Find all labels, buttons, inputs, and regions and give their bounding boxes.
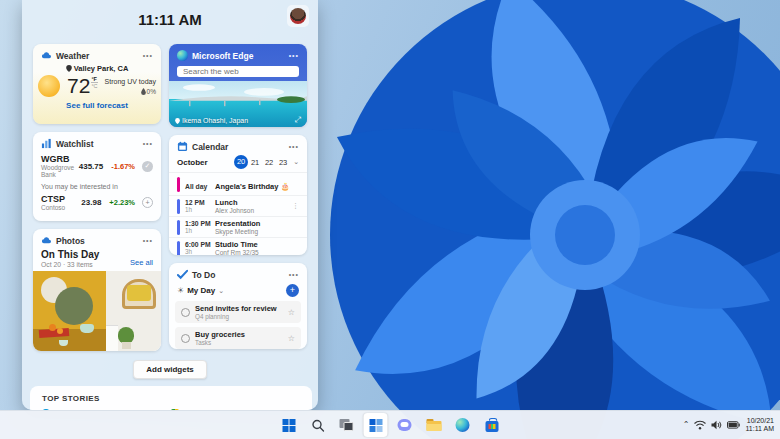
watchlist-widget[interactable]: Watchlist ••• WGRB Woodgrove Bank 435.75…: [33, 132, 161, 221]
stock-add-icon[interactable]: +: [142, 197, 153, 208]
tray-clock[interactable]: 10/20/21 11:11 AM: [745, 417, 774, 434]
event-duration: 3h: [185, 248, 215, 255]
location-pin-icon: [66, 65, 72, 72]
event-time: 6:00 PM: [185, 241, 215, 248]
event-title: Studio Time: [215, 240, 299, 249]
photo-thumbnail-still-life[interactable]: [33, 271, 106, 351]
stock-added-icon[interactable]: ✓: [142, 161, 153, 172]
calendar-event[interactable]: 6:00 PM 3h Studio Time Conf Rm 32/35: [169, 237, 307, 255]
photo-thumbnail-chair[interactable]: [106, 271, 161, 351]
photos-see-all-link[interactable]: See all: [130, 258, 153, 267]
search-icon: [311, 419, 324, 432]
tray-overflow-chevron-icon[interactable]: ⌃: [683, 420, 690, 429]
windows-logo-icon: [282, 419, 295, 432]
edge-title: Microsoft Edge: [192, 51, 285, 61]
event-duration: 1h: [185, 206, 215, 213]
task-checkbox[interactable]: [181, 334, 190, 343]
more-options-icon[interactable]: •••: [289, 271, 299, 278]
todo-list-name[interactable]: My Day: [187, 286, 215, 295]
event-time: 12 PM: [185, 199, 215, 206]
widgets-icon: [369, 419, 382, 432]
top-stories-card: TOP STORIES USA Today · 3 mins One of th…: [30, 386, 312, 410]
more-options-icon[interactable]: •••: [143, 237, 153, 244]
taskbar: ⌃ 10/20/21 11:11 AM: [0, 410, 780, 439]
battery-icon[interactable]: [727, 421, 740, 429]
event-title: Angela's Birthday 🎂: [215, 182, 290, 191]
widgets-button[interactable]: [364, 413, 388, 437]
edge-search-box[interactable]: [177, 66, 299, 77]
add-widgets-button[interactable]: Add widgets: [133, 360, 207, 379]
weather-cloud-icon: [41, 50, 52, 61]
task-subtitle: Q4 planning: [195, 313, 283, 320]
more-options-icon[interactable]: •••: [289, 143, 299, 150]
task-subtitle: Tasks: [195, 339, 283, 346]
edge-logo-icon: [456, 418, 470, 432]
tray-date: 10/20/21: [745, 417, 774, 426]
more-options-icon[interactable]: •••: [289, 52, 299, 59]
stock-row[interactable]: CTSP Contoso 23.98 +2.23% +: [33, 191, 161, 213]
event-duration: 1h: [185, 227, 215, 234]
calendar-month: October: [177, 158, 234, 167]
task-row[interactable]: Send invites for review Q4 planning ☆: [175, 301, 301, 323]
star-icon[interactable]: ☆: [288, 308, 295, 317]
event-title: Presentation: [215, 219, 299, 228]
event-subtitle: Alex Johnson: [215, 207, 292, 214]
profile-button[interactable]: [287, 5, 309, 27]
more-options-icon[interactable]: •••: [143, 140, 153, 147]
calendar-date[interactable]: 22: [262, 158, 276, 167]
weather-location: Valley Park, CA: [33, 64, 161, 73]
avatar: [290, 8, 306, 24]
add-task-button[interactable]: +: [286, 284, 299, 297]
search-input[interactable]: [183, 67, 293, 76]
calendar-widget[interactable]: Calendar ••• October 20 21 22 23 ⌄ All d…: [169, 135, 307, 255]
task-title: Send invites for review: [195, 304, 283, 313]
unit-fahrenheit[interactable]: °F: [91, 76, 97, 83]
edge-photo-caption: Ikema Ohashi, Japan: [175, 117, 248, 124]
task-checkbox[interactable]: [181, 308, 190, 317]
chevron-down-icon[interactable]: ⌄: [293, 158, 299, 166]
widgets-panel: 11:11 AM Weather ••• Valley Park, CA: [22, 0, 318, 410]
photos-widget[interactable]: Photos ••• On This Day Oct 20 · 33 items…: [33, 229, 161, 351]
search-button[interactable]: [306, 413, 330, 437]
microsoft-store-button[interactable]: [480, 413, 504, 437]
system-tray: ⌃ 10/20/21 11:11 AM: [683, 411, 774, 439]
calendar-event[interactable]: 12 PM 1h Lunch Alex Johnson ⋮: [169, 195, 307, 216]
calendar-date[interactable]: 20: [234, 155, 248, 169]
calendar-date[interactable]: 23: [276, 158, 290, 167]
calendar-icon: [177, 141, 188, 152]
chat-button[interactable]: [393, 413, 417, 437]
watchlist-title: Watchlist: [56, 139, 139, 149]
wifi-icon[interactable]: [694, 420, 706, 430]
todo-check-icon: [177, 269, 188, 280]
top-stories-header: TOP STORIES: [42, 394, 300, 403]
event-title: Lunch: [215, 198, 292, 207]
edge-browser-button[interactable]: [451, 413, 475, 437]
calendar-title: Calendar: [192, 142, 285, 152]
star-icon[interactable]: ☆: [288, 334, 295, 343]
todo-widget[interactable]: To Do ••• ☀ My Day ⌄ + Send invites for …: [169, 263, 307, 349]
stock-row[interactable]: WGRB Woodgrove Bank 435.75 -1.67% ✓: [33, 151, 161, 180]
volume-icon[interactable]: [711, 420, 722, 430]
event-more-icon[interactable]: ⋮: [292, 202, 299, 210]
task-view-button[interactable]: [335, 413, 359, 437]
watchlist-suggestion-label: You may be interested in: [33, 180, 161, 191]
chevron-down-icon[interactable]: ⌄: [218, 287, 286, 295]
more-options-icon[interactable]: •••: [143, 52, 153, 59]
stock-change: -1.67%: [111, 162, 135, 171]
task-row[interactable]: Buy groceries Tasks ☆: [175, 327, 301, 349]
calendar-date[interactable]: 21: [248, 158, 262, 167]
calendar-event[interactable]: 1:30 PM 1h Presentation Skype Meeting: [169, 216, 307, 237]
event-time: All day: [185, 183, 207, 190]
weather-widget[interactable]: Weather ••• Valley Park, CA 72 °F: [33, 44, 161, 124]
start-button[interactable]: [277, 413, 301, 437]
edge-widget[interactable]: Microsoft Edge •••: [169, 44, 307, 127]
stock-price: 23.98: [81, 198, 101, 207]
event-subtitle: Skype Meeting: [215, 228, 299, 235]
see-full-forecast-link[interactable]: See full forecast: [33, 97, 161, 116]
calendar-event[interactable]: All day Angela's Birthday 🎂: [169, 172, 307, 195]
file-explorer-button[interactable]: [422, 413, 446, 437]
unit-celsius[interactable]: °C: [91, 83, 97, 89]
task-title: Buy groceries: [195, 330, 283, 339]
stock-change: +2.23%: [109, 198, 135, 207]
expand-icon[interactable]: ⤢: [295, 115, 301, 125]
